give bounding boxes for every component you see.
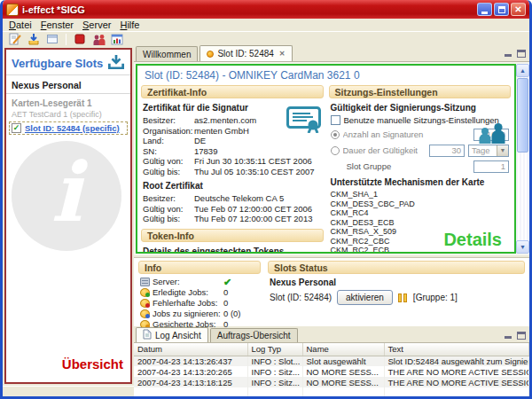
slot-group-input[interactable]: 1 <box>473 160 509 173</box>
tab-slot-52484[interactable]: Slot ID: 52484 ✕ <box>200 45 292 61</box>
editor-column: Willkommen Slot ID: 52484 ✕ Slot (ID: 52… <box>134 46 529 386</box>
field-label: Gültig von: <box>143 156 194 167</box>
column-header-name[interactable]: Name <box>302 343 384 356</box>
column-header-text[interactable]: Text <box>384 343 529 356</box>
sidebar-title: Verfügbare Slots <box>12 57 103 70</box>
completed-jobs-icon <box>140 288 150 297</box>
document-icon <box>143 329 152 341</box>
activate-button[interactable]: aktivieren <box>337 290 393 305</box>
users-toolbar-icon[interactable] <box>90 32 106 46</box>
log-tabbar: Log Ansicht Auftrags-Übersicht <box>134 328 529 343</box>
card-name: AET TestCard 1 (specific) <box>6 109 130 121</box>
section-header-slots-status: Slots Status <box>268 261 525 274</box>
field-value: Fri Jun 30 10:35:11 CEST 2006 <box>194 156 324 167</box>
log-row[interactable]: 2007-04-23 14:13:20:265 INFO : Sitz... N… <box>134 366 529 377</box>
tab-log-ansicht-label: Log Ansicht <box>155 331 201 340</box>
download-icon[interactable] <box>107 54 125 72</box>
field-label: SN: <box>143 146 194 157</box>
menu-server[interactable]: Server <box>80 20 117 30</box>
cert-field-row: Gültig bis:Thu Feb 07 12:00:00 CET 2013 <box>141 214 324 224</box>
menu-hilfe[interactable]: Hilfe <box>117 20 145 30</box>
menu-fenster[interactable]: Fenster <box>38 20 80 30</box>
column-header-logtyp[interactable]: Log Typ <box>247 343 302 356</box>
field-value: Tue Feb 07 12:00:00 CET 2006 <box>194 204 324 215</box>
slot-checkbox[interactable]: ✓ <box>12 123 21 133</box>
tab-slot-label: Slot ID: 52484 <box>217 49 273 59</box>
token-details-title: Details des eingesteckten Tokens <box>143 246 322 253</box>
root-cert-title: Root Zertifikat <box>143 181 322 191</box>
info-row-erledigte: Erledigte Jobs: 0 <box>138 287 261 298</box>
field-label: Gültig bis: <box>143 167 194 177</box>
menubar: Datei Fenster Server Hilfe <box>3 19 529 31</box>
log-table: Datum Log Typ Name Text 2007-04-23 14:13… <box>134 343 529 399</box>
window-close-button[interactable]: ✕ <box>511 3 526 16</box>
tab-close-icon[interactable]: ✕ <box>279 50 286 58</box>
field-value: Thu Jul 05 10:35:10 CEST 2007 <box>194 167 324 177</box>
report-icon[interactable] <box>109 32 125 46</box>
toolbar <box>3 31 529 46</box>
mechanism-item: CKM_DES3_CBC_PAD <box>329 200 512 209</box>
slot-list-item[interactable]: ✓ Slot ID: 52484 (specific) <box>9 121 128 135</box>
duration-input[interactable]: 30 <box>429 145 465 157</box>
status-panel: Info Server: ✔ Erledigte Jobs: 0 <box>134 257 529 326</box>
window-minimize-button[interactable] <box>477 3 492 16</box>
sign-document-icon[interactable] <box>7 32 23 46</box>
signature-count-label: Anzahl an Signaturen <box>343 129 471 139</box>
duration-unit-value: Tage <box>469 145 497 155</box>
window-title: i-effect *SIGG <box>22 4 477 15</box>
watermark-letter: i <box>51 145 82 240</box>
chevron-down-icon: ▼ <box>497 145 508 156</box>
scroll-down-icon[interactable]: ▼ <box>516 240 529 254</box>
window-maximize-button[interactable] <box>494 3 509 16</box>
manual-session-label: Benutze manuelle Sitzungs-Einstellungen <box>344 115 499 125</box>
new-window-icon[interactable] <box>44 32 60 46</box>
info-section: Info Server: ✔ Erledigte Jobs: 0 <box>138 261 261 324</box>
duration-unit-select[interactable]: Tage ▼ <box>468 145 509 157</box>
validity-title: Gültigkeit der Signierungs-Sitzung <box>331 103 510 113</box>
toolbar-separator <box>66 34 66 45</box>
menu-datei[interactable]: Datei <box>6 20 38 30</box>
editor-tabbar: Willkommen Slot ID: 52484 ✕ <box>134 46 529 62</box>
tab-willkommen[interactable]: Willkommen <box>136 46 198 61</box>
field-label: Land: <box>143 136 194 146</box>
manual-session-checkbox[interactable] <box>331 115 340 125</box>
field-label: Gültig von: <box>143 204 194 215</box>
log-row[interactable]: 2007-04-23 14:13:26:437 INFO : Slot... S… <box>134 356 529 366</box>
card-slot-icon <box>398 293 408 302</box>
slots-provider-name: Nexus Personal <box>270 278 523 287</box>
editor-maximize-icon[interactable] <box>517 50 526 58</box>
log-maximize-icon[interactable] <box>517 332 526 340</box>
column-header-datum[interactable]: Datum <box>134 343 247 356</box>
scroll-up-icon[interactable]: ▲ <box>516 64 529 77</box>
import-icon[interactable] <box>26 32 42 46</box>
field-value: 17839 <box>194 146 324 157</box>
duration-radio[interactable] <box>331 146 340 155</box>
slot-group-label: Slot Gruppe <box>347 161 471 171</box>
scrollbar-thumb[interactable] <box>517 78 528 153</box>
slot-details-title: Slot (ID: 52484) - OMNIKEY CardMan 3621 … <box>137 66 514 84</box>
tab-log-ansicht[interactable]: Log Ansicht <box>136 327 208 342</box>
session-column: Sitzungs-Einstellungen Gültigkeit der Si… <box>329 85 512 251</box>
tab-willkommen-label: Willkommen <box>143 50 191 59</box>
vertical-scrollbar[interactable]: ▲ ▼ <box>516 64 529 254</box>
log-minimize-icon[interactable] <box>504 332 512 340</box>
app-icon <box>6 4 19 16</box>
pending-jobs-icon <box>140 309 150 318</box>
info-row-signieren: Jobs zu signieren: 0 (0) <box>138 309 261 319</box>
log-row[interactable]: 2007-04-23 14:13:18:125 INFO : Sitz... N… <box>134 377 529 387</box>
provider-name: Nexus Personal <box>6 75 130 94</box>
slot-link[interactable]: Slot ID: 52484 (specific) <box>25 123 120 133</box>
tab-auftrags-label: Auftrags-Übersicht <box>217 331 291 340</box>
titlebar[interactable]: i-effect *SIGG ✕ <box>3 0 529 19</box>
maximize-icon <box>498 6 505 13</box>
tab-auftrags-uebersicht[interactable]: Auftrags-Übersicht <box>210 328 298 342</box>
cert-field-row: Gültig von:Tue Feb 07 12:00:00 CET 2006 <box>141 204 324 215</box>
section-header-sitzungs-einstellungen: Sitzungs-Einstellungen <box>329 85 512 98</box>
field-label: Organisation: <box>143 126 194 137</box>
app-window: i-effect *SIGG ✕ Datei Fenster Server Hi… <box>0 0 532 399</box>
stop-icon[interactable] <box>72 32 88 46</box>
certificate-column: Zertifikat-Info Zertifikat für die Signa… <box>141 85 324 251</box>
log-section: Log Ansicht Auftrags-Übersicht Datum <box>134 328 529 386</box>
signature-count-radio[interactable] <box>331 130 340 139</box>
editor-minimize-icon[interactable] <box>504 50 512 58</box>
